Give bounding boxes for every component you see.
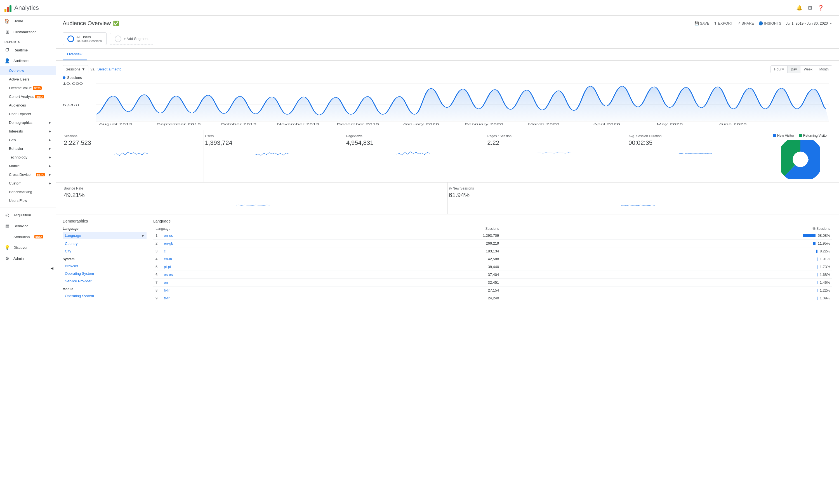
table-row: 7. en 32,451 1.46% <box>153 279 832 287</box>
lang-name[interactable]: en <box>162 279 298 287</box>
lang-sessions: 37,404 <box>298 271 501 279</box>
time-btn-week[interactable]: Week <box>800 66 816 73</box>
svg-text:September 2019: September 2019 <box>157 123 201 126</box>
metric-dropdown[interactable]: Sessions ▼ <box>63 65 88 73</box>
beta-badge-attribution: BETA <box>34 235 43 238</box>
lang-name[interactable]: en-gb <box>162 239 298 247</box>
sidebar-item-discover[interactable]: 💡 Discover <box>0 242 56 253</box>
sidebar-item-behavior[interactable]: ▤ Behavior <box>0 220 56 232</box>
sparkline-sessions <box>64 149 198 157</box>
lang-pct: 8.22% <box>501 247 832 255</box>
sidebar-sub-overview[interactable]: Overview <box>0 66 56 75</box>
demo-link-browser[interactable]: Browser <box>63 262 146 270</box>
sidebar-expandable-demographics[interactable]: Demographics ▶ <box>0 118 56 127</box>
date-range-picker[interactable]: Jul 1, 2019 - Jun 30, 2020 ▼ <box>786 21 832 25</box>
demo-link-city[interactable]: City <box>63 247 146 255</box>
lang-rank: 7. <box>153 279 162 287</box>
sidebar-label-home: Home <box>14 19 23 23</box>
lang-rank: 1. <box>153 232 162 239</box>
help-icon[interactable]: ❓ <box>818 5 824 11</box>
add-segment-button[interactable]: + + Add Segment <box>110 33 153 45</box>
lang-link: en-us <box>164 233 173 238</box>
lang-col-header-pct: % Sessions <box>501 226 832 232</box>
lang-rank: 3. <box>153 247 162 255</box>
all-users-segment[interactable]: All Users 100.00% Sessions <box>63 32 107 45</box>
sidebar-expand-label-technology: Technology <box>9 155 28 159</box>
lang-name[interactable]: es-es <box>162 271 298 279</box>
table-row: 4. en-in 42,588 1.91% <box>153 255 832 263</box>
sidebar-item-acquisition[interactable]: ◎ Acquisition <box>0 210 56 220</box>
select-metric-link[interactable]: Select a metric <box>97 67 121 71</box>
insights-button[interactable]: 🔵 INSIGHTS <box>758 21 781 25</box>
metric-users: Users 1,393,724 <box>204 130 345 182</box>
sidebar-sub-lifetime-value[interactable]: Lifetime Value BETA <box>0 84 56 92</box>
demo-link-country[interactable]: Country <box>63 240 146 247</box>
reports-section-label: REPORTS <box>0 37 56 45</box>
sidebar-item-customization[interactable]: ⊞ Customization <box>0 26 56 37</box>
header-actions: 💾 SAVE ⬆ EXPORT ↗ SHARE 🔵 INSIGHTS Jul 1… <box>694 21 832 25</box>
notification-icon[interactable]: 🔔 <box>796 5 802 11</box>
home-icon: 🏠 <box>4 18 10 24</box>
sidebar-expandable-interests[interactable]: Interests ▶ <box>0 127 56 136</box>
realtime-icon: ⏱ <box>4 48 10 53</box>
demo-link-service-provider[interactable]: Service Provider <box>63 277 146 285</box>
more-icon[interactable]: ⋮ <box>829 5 835 11</box>
time-btn-month[interactable]: Month <box>816 66 832 73</box>
tab-overview[interactable]: Overview <box>63 49 87 60</box>
metric-users-label: Users <box>205 134 339 138</box>
sidebar-sub-audiences[interactable]: Audiences <box>0 101 56 110</box>
pie-chart-svg: 38% 62% <box>781 140 820 179</box>
sidebar-expand-label-mobile: Mobile <box>9 164 20 168</box>
sidebar-sub-label-lifetime-value: Lifetime Value <box>9 86 32 90</box>
sidebar-item-audience[interactable]: 👤 Audience <box>0 55 56 66</box>
demo-link-os[interactable]: Operating System <box>63 270 146 277</box>
sidebar-expandable-cross-device[interactable]: Cross Device BETA ▶ <box>0 170 56 179</box>
sidebar-expandable-custom[interactable]: Custom ▶ <box>0 179 56 187</box>
sidebar-expandable-geo[interactable]: Geo ▶ <box>0 136 56 144</box>
sidebar-item-home[interactable]: 🏠 Home <box>0 16 56 26</box>
legend-label-returning: Returning Visitor <box>803 133 828 138</box>
lang-name[interactable]: en-us <box>162 232 298 239</box>
table-row: 6. es-es 37,404 1.68% <box>153 271 832 279</box>
metric-selector: Sessions ▼ vs. Select a metric <box>63 65 121 73</box>
sidebar-sub-users-flow[interactable]: Users Flow <box>0 196 56 205</box>
time-btn-day[interactable]: Day <box>788 66 800 73</box>
lang-name[interactable]: pl-pl <box>162 263 298 271</box>
sidebar-expandable-behavior[interactable]: Behavior ▶ <box>0 144 56 153</box>
sidebar-sub-cohort[interactable]: Cohort Analysis BETA <box>0 92 56 101</box>
demo-link-mobile-os[interactable]: Operating System <box>63 292 146 300</box>
lang-bar <box>817 273 818 276</box>
sidebar-sub-benchmarking[interactable]: Benchmarking <box>0 187 56 196</box>
grid-icon[interactable]: ⊞ <box>808 5 812 11</box>
sidebar-item-attribution[interactable]: — Attribution BETA <box>0 232 56 242</box>
sidebar-item-admin[interactable]: ⚙ Admin <box>0 253 56 264</box>
sidebar-expandable-mobile[interactable]: Mobile ▶ <box>0 162 56 170</box>
metric-pageviews: Pageviews 4,954,831 <box>345 130 486 182</box>
export-button[interactable]: ⬆ EXPORT <box>714 21 733 25</box>
sidebar-sub-user-explorer[interactable]: User Explorer <box>0 110 56 118</box>
pie-chart-area: New Visitor Returning Visitor 38% 62% <box>768 130 832 182</box>
sidebar-sub-label-cohort: Cohort Analysis <box>9 94 34 99</box>
lang-name[interactable]: fr-fr <box>162 287 298 294</box>
lang-name[interactable]: tr-tr <box>162 294 298 302</box>
lang-name[interactable]: c <box>162 247 298 255</box>
lang-bar <box>817 281 818 284</box>
segment-bar: All Users 100.00% Sessions + + Add Segme… <box>56 29 839 49</box>
sidebar-collapse-button[interactable]: ◀ <box>0 264 56 272</box>
sidebar-sub-label-overview: Overview <box>9 69 24 73</box>
discover-icon: 💡 <box>4 245 10 250</box>
sidebar-expandable-technology[interactable]: Technology ▶ <box>0 153 56 162</box>
lang-rank: 6. <box>153 271 162 279</box>
lang-link: tr-tr <box>164 296 169 300</box>
sessions-dot <box>63 76 66 79</box>
save-button[interactable]: 💾 SAVE <box>694 21 710 25</box>
sidebar-item-realtime[interactable]: ⏱ Realtime <box>0 45 56 55</box>
demo-link-language[interactable]: Language ▶ <box>63 232 146 239</box>
sidebar-sub-active-users[interactable]: Active Users <box>0 75 56 84</box>
share-button[interactable]: ↗ SHARE <box>737 21 754 25</box>
time-btn-hourly[interactable]: Hourly <box>771 66 788 73</box>
lang-pct-label: 8.22% <box>820 249 830 253</box>
lang-link: en-gb <box>164 241 173 246</box>
logo-bar-red <box>7 7 9 12</box>
lang-name[interactable]: en-in <box>162 255 298 263</box>
